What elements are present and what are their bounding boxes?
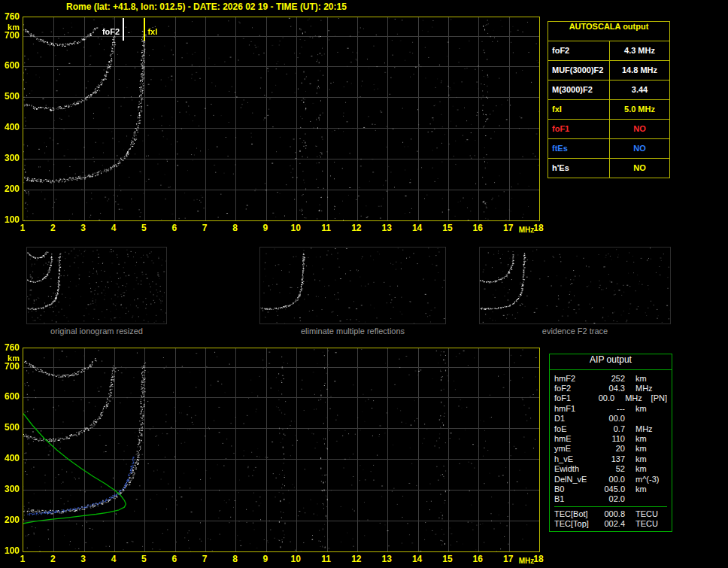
autoscala-row-label: foF1 — [548, 120, 609, 138]
y-tick-label: 500 — [0, 91, 20, 102]
autoscala-row-value: 4.3 MHz — [609, 41, 669, 60]
autoscala-table-row: ftEsNO — [548, 138, 669, 158]
autoscala-table-row: foF1NO — [548, 119, 669, 138]
aip-row-value: 20 — [599, 444, 625, 453]
aip-table-row: TEC[Bot]000.8TECU — [554, 509, 667, 518]
autoscala-table-rows: foF24.3 MHzMUF(3000)F214.8 MHzM(3000)F23… — [548, 41, 669, 178]
autoscala-table-row: h'EsNO — [548, 158, 669, 178]
aip-table-row: hmE110km — [554, 433, 667, 443]
aip-row-value: 02.0 — [599, 494, 625, 503]
aip-row-value: --- — [599, 404, 625, 413]
aip-row-unit: TECU — [625, 509, 664, 518]
autoscala-table-row: M(3000)F23.44 — [548, 80, 669, 99]
panel-evidence-canvas — [480, 248, 670, 323]
aip-row-unit: km — [625, 484, 664, 494]
y-tick-label: 760 — [0, 11, 20, 22]
x-tick-label: 13 — [378, 554, 395, 564]
x-tick-label: 3 — [75, 223, 92, 233]
panel-original-ionogram — [26, 247, 167, 324]
x-tick-label: 15 — [439, 554, 456, 564]
y-tick-label: 200 — [0, 515, 20, 525]
x-tick-label: 15 — [439, 223, 456, 233]
aip-row-unit: km — [625, 404, 664, 413]
aip-row-value: 00.0 — [599, 414, 625, 423]
x-tick-label: 12 — [348, 223, 365, 233]
autoscala-row-label: M(3000)F2 — [548, 80, 609, 99]
y-tick-label: 500 — [0, 422, 20, 433]
autoscala-table-title: AUTOSCALA output — [548, 22, 669, 41]
aip-table-row: foF204.3MHz — [554, 383, 667, 393]
aip-row-value: 000.8 — [599, 509, 625, 518]
autoscala-table-row: MUF(3000)F214.8 MHz — [548, 60, 669, 80]
aip-row-value: 045.0 — [599, 484, 625, 494]
y-tick-label: 300 — [0, 484, 20, 494]
x-axis-unit-label: MHz — [519, 226, 535, 234]
aip-table-title: AIP output — [550, 354, 672, 370]
x-tick-label: 5 — [135, 554, 152, 564]
x-tick-label: 16 — [469, 554, 486, 564]
x-tick-label: 5 — [135, 223, 152, 233]
aip-row-label: Ewidth — [554, 464, 599, 473]
y-tick-label: 300 — [0, 153, 20, 163]
x-axis-unit-label: MHz — [519, 557, 535, 565]
aip-row-label: foF1 — [554, 393, 593, 402]
aip-row-label: B1 — [554, 494, 599, 503]
aip-row-label: TEC[Top] — [554, 519, 599, 528]
y-tick-label: 600 — [0, 60, 20, 71]
x-tick-label: 2 — [44, 223, 61, 233]
aip-row-unit: km — [625, 434, 664, 443]
aip-table-row: h_vE137km — [554, 454, 667, 463]
x-tick-label: 12 — [348, 554, 365, 564]
x-tick-label: 9 — [257, 223, 274, 233]
autoscala-row-value: NO — [609, 139, 669, 158]
aip-row-unit: MHz — [625, 384, 664, 393]
aip-row-label: TEC[Bot] — [554, 509, 599, 518]
autoscala-table-row: fxI5.0 MHz — [548, 99, 669, 119]
bottom-ionogram-canvas — [23, 348, 539, 551]
panel-eliminate-caption: eliminate multiple reflections — [259, 327, 446, 336]
panel-evidence-caption: evidence F2 trace — [479, 327, 671, 336]
x-tick-label: 10 — [287, 554, 304, 564]
x-tick-label: 6 — [166, 554, 183, 564]
aip-table-row: B102.0 — [554, 494, 667, 504]
x-tick-label: 13 — [378, 223, 395, 233]
header-station-datetime: Rome (lat: +41.8, lon: 012.5) - DATE: 20… — [66, 2, 347, 12]
aip-row-value: 00.0 — [599, 475, 625, 484]
aip-row-value: 52 — [599, 464, 625, 473]
panel-eliminate-reflections — [259, 247, 446, 324]
aip-row-label: ymE — [554, 444, 599, 453]
aip-row-label: foE — [554, 424, 599, 433]
autoscala-app-window: Rome (lat: +41.8, lon: 012.5) - DATE: 20… — [0, 0, 728, 568]
aip-row-value: 137 — [599, 454, 625, 463]
aip-row-label: hmF2 — [554, 374, 599, 383]
autoscala-row-label: foF2 — [548, 41, 609, 60]
autoscala-row-label: ftEs — [548, 139, 609, 158]
aip-table-row: foE0.7MHz — [554, 424, 667, 433]
aip-row-label: D1 — [554, 414, 599, 423]
autoscala-row-label: fxI — [548, 100, 609, 119]
x-tick-label: 4 — [105, 554, 122, 564]
aip-table-row: hmF2252km — [554, 373, 667, 383]
x-tick-label: 7 — [196, 554, 213, 564]
aip-row-note: [PN] — [650, 393, 667, 402]
aip-row-value: 04.3 — [599, 384, 625, 393]
aip-row-unit: km — [625, 454, 664, 463]
aip-table-row: B0045.0km — [554, 484, 667, 494]
aip-table-row: TEC[Top]002.4TECU — [554, 518, 667, 528]
y-tick-label: 600 — [0, 391, 20, 402]
autoscala-row-value: 5.0 MHz — [609, 100, 669, 119]
aip-row-value: 0.7 — [599, 424, 625, 433]
x-tick-label: 2 — [44, 554, 61, 564]
y-tick-label: 200 — [0, 184, 20, 194]
y-axis-unit-label: km — [0, 23, 20, 32]
top-ionogram-canvas — [23, 17, 539, 220]
panel-evidence-f2 — [479, 247, 671, 324]
autoscala-row-value: 3.44 — [609, 80, 669, 99]
aip-row-value: 110 — [599, 434, 625, 443]
y-tick-label: 400 — [0, 122, 20, 132]
panel-original-canvas — [27, 248, 166, 323]
aip-row-unit: MHz — [625, 424, 664, 433]
aip-row-value: 252 — [599, 374, 625, 383]
x-tick-label: 7 — [196, 223, 213, 233]
x-tick-label: 1 — [14, 554, 31, 564]
